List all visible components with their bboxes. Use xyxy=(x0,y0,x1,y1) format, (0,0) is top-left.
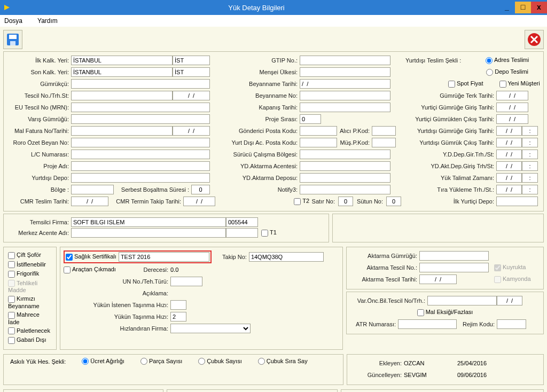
paletlenecek-checkbox[interactable] xyxy=(8,327,15,334)
surucu-bolge-input[interactable] xyxy=(300,150,390,159)
yurtici-gumruge-giris-input[interactable] xyxy=(496,103,528,112)
gabari-disi-checkbox[interactable] xyxy=(8,337,15,344)
serbest-bosaltma-input[interactable] xyxy=(191,185,210,194)
son-kalk-yeri-input[interactable] xyxy=(71,67,173,77)
tescil-date-input[interactable] xyxy=(173,91,210,100)
menu-help[interactable]: Yardım xyxy=(37,17,58,25)
gumrukcu-input[interactable] xyxy=(71,79,210,89)
yurtdisi-ac-input[interactable] xyxy=(300,138,337,147)
depo-teslimi-radio[interactable] xyxy=(486,69,493,76)
roro-ozet-input[interactable] xyxy=(71,138,210,147)
ilk-kalk-code-input[interactable] xyxy=(173,56,210,65)
tira-yukleme-time[interactable] xyxy=(522,185,538,194)
aractan-cikmadi-checkbox[interactable] xyxy=(64,266,71,273)
yuk-talimat-time[interactable] xyxy=(522,173,538,183)
rejim-kodu-input[interactable] xyxy=(497,319,526,329)
cubuk-sayisi-radio[interactable] xyxy=(198,358,205,365)
yurtdisi-gumruge-giris-date[interactable] xyxy=(496,126,522,136)
beyanname-no-input[interactable] xyxy=(300,91,390,100)
merkez-acente-input[interactable] xyxy=(71,228,226,238)
yd-dep-gir-date[interactable] xyxy=(496,150,522,159)
yuk-talimat-date[interactable] xyxy=(496,173,522,183)
istiflenebilir-checkbox[interactable] xyxy=(8,261,15,268)
cmr-termin-input[interactable] xyxy=(183,197,215,206)
gumruge-terk-input[interactable] xyxy=(496,91,528,100)
notify3-input[interactable] xyxy=(300,185,390,194)
yd-aktarma-depo-input[interactable] xyxy=(300,173,390,183)
mensei-input[interactable] xyxy=(300,67,390,77)
yukun-istenen-input[interactable] xyxy=(170,300,186,310)
mal-fatura-date-input[interactable] xyxy=(173,126,210,136)
mahrece-iade-checkbox[interactable] xyxy=(8,312,15,319)
close-button[interactable] xyxy=(525,30,544,49)
gtip-input[interactable] xyxy=(300,56,390,65)
mal-eksigi-checkbox[interactable] xyxy=(417,309,424,316)
temsilci-firma-input[interactable] xyxy=(71,217,226,227)
lbl-takip-no: Takip No: xyxy=(212,254,249,260)
yurtdisi-gumruge-giris-time[interactable] xyxy=(522,126,538,136)
var-onc-bil-date[interactable] xyxy=(497,296,522,305)
proje-adi-input[interactable] xyxy=(71,161,210,171)
yurtici-gumrukten-cikis-input[interactable] xyxy=(496,114,528,124)
yd-akt-dep-giris-time[interactable] xyxy=(522,161,538,171)
maximize-button[interactable]: □ xyxy=(515,2,531,13)
parca-sayisi-radio[interactable] xyxy=(140,358,147,365)
hizlandiran-select[interactable] xyxy=(170,324,251,333)
yd-akt-dep-giris-date[interactable] xyxy=(496,161,522,171)
menu-file[interactable]: Dosya xyxy=(4,17,22,25)
son-kalk-code-input[interactable] xyxy=(173,67,210,77)
save-button[interactable] xyxy=(3,30,22,49)
t2-checkbox[interactable] xyxy=(294,198,301,205)
cmr-teslim-input[interactable] xyxy=(71,197,108,206)
guncelleyen-value: SEVGIM xyxy=(404,372,457,378)
un-no-input[interactable] xyxy=(170,277,202,286)
kapanis-input[interactable] xyxy=(300,103,390,112)
kirmizi-beyanname-checkbox[interactable] xyxy=(8,296,15,303)
minimize-button[interactable]: _ xyxy=(499,2,515,13)
yeni-musteri-checkbox[interactable] xyxy=(499,81,506,88)
window-close-button[interactable]: x xyxy=(531,2,547,13)
ilk-kalk-yeri-input[interactable] xyxy=(71,56,173,65)
yurtdisi-depo-input[interactable] xyxy=(71,173,210,183)
varis-gumrugu-input[interactable] xyxy=(71,114,210,124)
aktarma-tescil-tarihi-input[interactable] xyxy=(419,275,457,284)
yurtdisi-gumruk-cikis-date[interactable] xyxy=(496,138,522,147)
cift-sofor-checkbox[interactable] xyxy=(8,252,15,259)
t1-checkbox[interactable] xyxy=(261,230,268,237)
gonderici-posta-input[interactable] xyxy=(300,126,337,136)
takip-no-input[interactable] xyxy=(249,252,324,262)
aktarma-panel: Aktarma Gümrüğü: Aktarma Tescil No.: Kuy… xyxy=(346,247,544,289)
yukun-tasinma-input[interactable] xyxy=(170,312,186,322)
mal-fatura-input[interactable] xyxy=(71,126,173,136)
adres-teslimi-radio[interactable] xyxy=(486,57,493,64)
tira-yukleme-date[interactable] xyxy=(496,185,522,194)
sutun-no-input[interactable] xyxy=(386,197,401,206)
cubuk-sira-say-radio[interactable] xyxy=(258,358,265,365)
bottom-right-panel: Fuar Taşıması Genel Proje Taşıması Yurti… xyxy=(341,389,544,392)
spot-fiyat-checkbox[interactable] xyxy=(448,81,455,88)
yurtdisi-gumruk-cikis-time[interactable] xyxy=(522,138,538,147)
aktarma-gumrugu-input[interactable] xyxy=(419,251,489,261)
var-onc-bil-input[interactable] xyxy=(427,296,497,305)
atr-numarasi-input[interactable] xyxy=(398,319,457,329)
svg-rect-2 xyxy=(9,35,17,39)
beyanname-tarihi-input[interactable] xyxy=(300,79,390,89)
ilk-yurtici-depo-input[interactable] xyxy=(496,197,538,206)
satir-no-input[interactable] xyxy=(338,197,353,206)
lc-input[interactable] xyxy=(71,150,210,159)
yd-dep-gir-time[interactable] xyxy=(522,150,538,159)
proje-sirasi-input[interactable] xyxy=(300,114,321,124)
tescil-no-input[interactable] xyxy=(71,91,173,100)
saglik-sertifikali-input[interactable] xyxy=(119,252,209,262)
eu-tescil-input[interactable] xyxy=(71,103,210,112)
merkez-acente-code[interactable] xyxy=(226,228,258,238)
alici-pkod-input[interactable] xyxy=(372,126,396,136)
mus-pkod-input[interactable] xyxy=(372,138,396,147)
aktarma-tescil-no-input[interactable] xyxy=(419,263,489,272)
bolge-input[interactable] xyxy=(71,185,114,194)
saglik-sertifikali-checkbox[interactable] xyxy=(66,254,73,261)
ucret-agirligi-radio[interactable] xyxy=(82,358,89,365)
temsilci-firma-code[interactable] xyxy=(226,217,258,227)
yd-aktarma-acente-input[interactable] xyxy=(300,161,390,171)
frigorifik-checkbox[interactable] xyxy=(8,271,15,278)
